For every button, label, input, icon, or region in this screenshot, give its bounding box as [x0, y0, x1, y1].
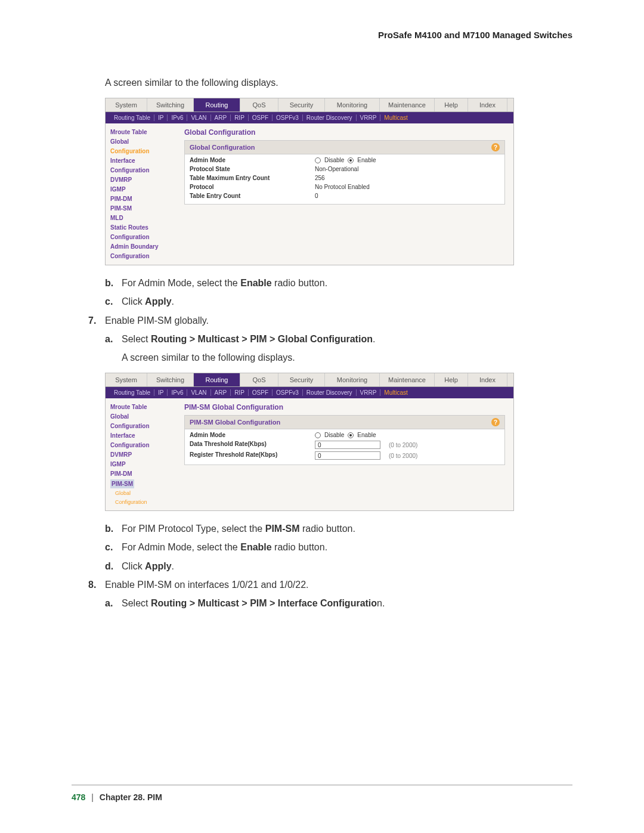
sidebar-item[interactable]: Global: [110, 137, 171, 146]
sidebar-item[interactable]: Configuration: [110, 498, 171, 507]
sub-tab[interactable]: IPv6: [168, 389, 187, 396]
row-label: Table Maximum Entry Count: [190, 175, 315, 181]
main-title: PIM-SM Global Configuration: [184, 403, 505, 411]
help-icon[interactable]: ?: [491, 418, 500, 426]
sub-tab[interactable]: RIP: [231, 389, 249, 396]
top-tab[interactable]: Security: [278, 98, 325, 112]
sub-tab[interactable]: Multicast: [380, 389, 411, 396]
sub-tab[interactable]: VRRP: [357, 114, 381, 121]
sub-tab[interactable]: Routing Table: [110, 114, 154, 121]
sub-tab[interactable]: VRRP: [357, 389, 381, 396]
radio-disable[interactable]: [315, 157, 321, 163]
intro-text-2: A screen similar to the following displa…: [122, 351, 572, 364]
row-value: DisableEnable: [315, 432, 500, 438]
radio-disable[interactable]: [315, 432, 321, 438]
hint-text: (0 to 2000): [389, 453, 417, 459]
page-footer: 478 | Chapter 28. PIM: [72, 785, 572, 802]
sidebar-item[interactable]: Configuration: [110, 166, 171, 175]
step-text: For Admin Mode, select the Enable radio …: [122, 540, 572, 554]
step-text: Click Apply.: [122, 559, 572, 573]
sidebar-item[interactable]: Configuration: [110, 441, 171, 450]
step-marker: d.: [105, 559, 122, 573]
sidebar-item[interactable]: Interface: [110, 156, 171, 165]
text-input[interactable]: 0: [315, 451, 380, 460]
sidebar-item[interactable]: PIM-SM: [110, 204, 171, 213]
top-tab[interactable]: Maintenance: [380, 373, 435, 386]
sub-tab[interactable]: Multicast: [380, 114, 411, 121]
sidebar-item[interactable]: Configuration: [110, 252, 171, 261]
panel-header: PIM-SM Global Configuration ?: [184, 415, 505, 429]
sub-tab[interactable]: VLAN: [187, 114, 210, 121]
sub-tab[interactable]: OSPF: [249, 114, 273, 121]
top-tab[interactable]: Index: [468, 373, 507, 386]
sub-tab[interactable]: OSPF: [249, 389, 273, 396]
sub-tab[interactable]: IP: [154, 114, 168, 121]
row-value: DisableEnable: [315, 157, 500, 163]
screenshot-pimsm-config: SystemSwitchingRoutingQoSSecurityMonitor…: [105, 373, 514, 511]
radio-label: Disable: [324, 432, 344, 438]
top-tab[interactable]: Help: [435, 98, 468, 112]
sub-tab[interactable]: OSPFv3: [273, 389, 303, 396]
top-tab[interactable]: Index: [468, 98, 507, 112]
row-value: 0(0 to 2000): [315, 441, 500, 449]
sidebar-item[interactable]: DVMRP: [110, 450, 171, 459]
sidebar-item[interactable]: Static Routes: [110, 223, 171, 232]
sidebar-item[interactable]: PIM-SM: [110, 479, 134, 488]
sub-tab[interactable]: OSPFv3: [273, 114, 303, 121]
help-icon[interactable]: ?: [491, 143, 500, 151]
sidebar-item[interactable]: Interface: [110, 431, 171, 440]
sidebar-item[interactable]: DVMRP: [110, 175, 171, 184]
row-value: No Protocol Enabled: [315, 184, 500, 190]
top-tab[interactable]: Maintenance: [380, 98, 435, 112]
top-tab[interactable]: Help: [435, 373, 468, 386]
sub-tab[interactable]: ARP: [211, 389, 231, 396]
top-tab[interactable]: System: [106, 98, 147, 112]
sidebar-item[interactable]: MLD: [110, 213, 171, 222]
step-7-text: Enable PIM-SM globally.: [105, 314, 572, 327]
sub-tab[interactable]: Router Discovery: [303, 389, 357, 396]
sidebar-item[interactable]: Configuration: [110, 422, 171, 431]
sub-tabbar: Routing TableIPIPv6VLANARPRIPOSPFOSPFv3R…: [106, 112, 513, 123]
sidebar-item[interactable]: Mroute Table: [110, 128, 171, 137]
sub-tab[interactable]: IP: [154, 389, 168, 396]
sub-tab[interactable]: VLAN: [187, 389, 210, 396]
text-input[interactable]: 0: [315, 441, 380, 449]
sidebar-item[interactable]: Configuration: [110, 233, 171, 241]
step-8a-text: Select Routing > Multicast > PIM > Inter…: [122, 596, 572, 610]
step-marker: b.: [105, 276, 122, 290]
sidebar-item[interactable]: PIM-DM: [110, 194, 171, 203]
top-tab[interactable]: Routing: [194, 98, 240, 112]
sidebar-item[interactable]: Global: [110, 412, 171, 421]
sidebar-item[interactable]: IGMP: [110, 185, 171, 194]
sub-tab[interactable]: Routing Table: [110, 389, 154, 396]
sidebar-item[interactable]: Admin Boundary: [110, 242, 171, 251]
sidebar-item[interactable]: PIM-DM: [110, 469, 171, 478]
row-label: Protocol: [190, 184, 315, 190]
panel-title: Global Configuration: [190, 144, 255, 151]
top-tab[interactable]: Security: [278, 373, 325, 386]
top-tab[interactable]: Monitoring: [325, 373, 380, 386]
row-value: 256: [315, 175, 500, 181]
radio-enable[interactable]: [348, 157, 354, 163]
radio-enable[interactable]: [348, 432, 354, 438]
top-tab[interactable]: System: [106, 373, 147, 386]
top-tab[interactable]: Switching: [147, 98, 194, 112]
row-value: 0(0 to 2000): [315, 451, 500, 460]
top-tab[interactable]: QoS: [240, 98, 278, 112]
sub-tab[interactable]: Router Discovery: [303, 114, 357, 121]
sub-tab[interactable]: IPv6: [168, 114, 187, 121]
top-tab[interactable]: Monitoring: [325, 98, 380, 112]
row-label: Protocol State: [190, 166, 315, 172]
sidebar-item[interactable]: Mroute Table: [110, 402, 171, 411]
sidebar-item[interactable]: IGMP: [110, 460, 171, 469]
top-tab[interactable]: Switching: [147, 373, 194, 386]
top-tab[interactable]: Routing: [194, 373, 240, 386]
sub-tab[interactable]: ARP: [211, 114, 231, 121]
sidebar-item[interactable]: Configuration: [110, 147, 171, 156]
row-label: Table Entry Count: [190, 193, 315, 199]
top-tab[interactable]: QoS: [240, 373, 278, 386]
panel-body: Admin ModeDisableEnableProtocol StateNon…: [184, 154, 505, 205]
sub-tab[interactable]: RIP: [231, 114, 249, 121]
radio-label: Disable: [324, 157, 344, 163]
sidebar-item[interactable]: Global: [110, 490, 171, 498]
